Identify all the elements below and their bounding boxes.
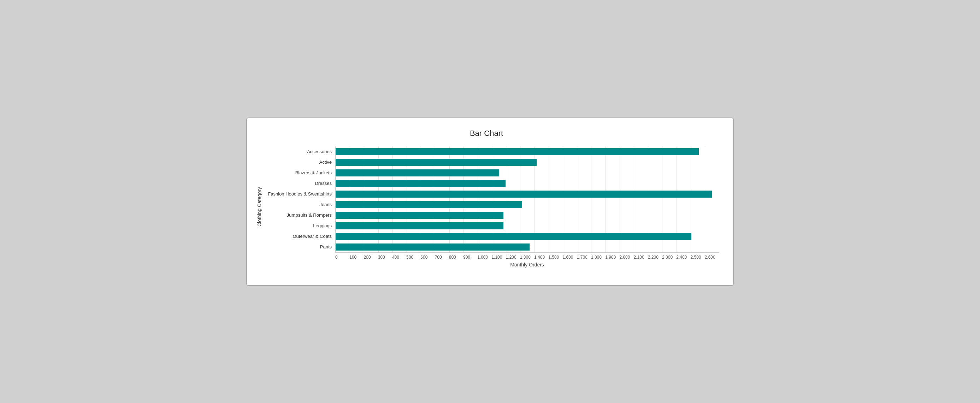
bar-row bbox=[336, 146, 719, 157]
y-axis-label-container: Clothing Category bbox=[254, 146, 265, 268]
category-label: Active bbox=[265, 157, 335, 168]
bar-row bbox=[336, 242, 719, 252]
x-tick: 100 bbox=[349, 255, 364, 260]
x-tick: 2,500 bbox=[690, 255, 705, 260]
category-label: Accessories bbox=[265, 146, 335, 157]
bar-row bbox=[336, 231, 719, 242]
x-tick: 2,200 bbox=[648, 255, 662, 260]
bar bbox=[336, 159, 537, 166]
x-tick: 2,400 bbox=[676, 255, 690, 260]
x-tick: 2,300 bbox=[662, 255, 676, 260]
bar-row bbox=[336, 199, 719, 210]
bar bbox=[336, 243, 530, 251]
x-axis: 01002003004005006007008009001,0001,1001,… bbox=[335, 252, 719, 260]
x-tick: 2,000 bbox=[619, 255, 633, 260]
x-tick: 0 bbox=[335, 255, 349, 260]
category-label: Jumpsuits & Rompers bbox=[265, 210, 335, 221]
bar bbox=[336, 148, 699, 155]
x-tick: 1,200 bbox=[506, 255, 520, 260]
bar-row bbox=[336, 157, 719, 168]
x-tick: 400 bbox=[392, 255, 406, 260]
bars-rows bbox=[336, 146, 719, 252]
x-tick: 1,000 bbox=[477, 255, 492, 260]
bar bbox=[336, 170, 499, 176]
x-tick: 1,700 bbox=[577, 255, 591, 260]
x-tick: 300 bbox=[378, 255, 392, 260]
bar-row bbox=[336, 178, 719, 189]
bar bbox=[336, 190, 712, 198]
x-tick: 700 bbox=[435, 255, 449, 260]
category-label: Pants bbox=[265, 242, 335, 252]
category-label: Blazers & Jackets bbox=[265, 168, 335, 178]
chart-container: Bar Chart Clothing Category AccessoriesA… bbox=[246, 117, 734, 286]
y-axis-label: Clothing Category bbox=[256, 187, 262, 227]
bar-row bbox=[336, 221, 719, 231]
x-tick: 800 bbox=[449, 255, 463, 260]
chart-title: Bar Chart bbox=[254, 129, 719, 138]
chart-inner: AccessoriesActiveBlazers & JacketsDresse… bbox=[265, 146, 719, 268]
x-tick: 200 bbox=[364, 255, 378, 260]
x-tick: 1,800 bbox=[591, 255, 605, 260]
bar bbox=[336, 233, 691, 240]
x-tick: 1,500 bbox=[548, 255, 562, 260]
x-tick: 1,600 bbox=[563, 255, 577, 260]
x-axis-label: Monthly Orders bbox=[335, 262, 719, 268]
bar bbox=[336, 212, 503, 219]
x-tick: 2,100 bbox=[634, 255, 648, 260]
category-label: Outerwear & Coats bbox=[265, 231, 335, 242]
x-tick: 1,900 bbox=[605, 255, 619, 260]
bar bbox=[336, 201, 522, 208]
bar bbox=[336, 222, 503, 229]
x-tick: 900 bbox=[463, 255, 477, 260]
category-labels: AccessoriesActiveBlazers & JacketsDresse… bbox=[265, 146, 335, 252]
bar bbox=[336, 180, 506, 187]
x-tick: 1,100 bbox=[492, 255, 506, 260]
bars-grid-area bbox=[335, 146, 719, 252]
x-tick: 600 bbox=[420, 255, 434, 260]
category-label: Leggings bbox=[265, 221, 335, 231]
x-tick: 500 bbox=[406, 255, 420, 260]
category-label: Jeans bbox=[265, 199, 335, 210]
bar-row bbox=[336, 210, 719, 221]
x-tick: 2,600 bbox=[705, 255, 719, 260]
bars-and-grid: AccessoriesActiveBlazers & JacketsDresse… bbox=[265, 146, 719, 252]
bar-row bbox=[336, 168, 719, 178]
x-tick: 1,400 bbox=[534, 255, 548, 260]
category-label: Fashion Hoodies & Sweatshirts bbox=[265, 189, 335, 199]
bar-row bbox=[336, 189, 719, 199]
x-tick: 1,300 bbox=[520, 255, 534, 260]
chart-area: Clothing Category AccessoriesActiveBlaze… bbox=[254, 146, 719, 268]
category-label: Dresses bbox=[265, 178, 335, 189]
